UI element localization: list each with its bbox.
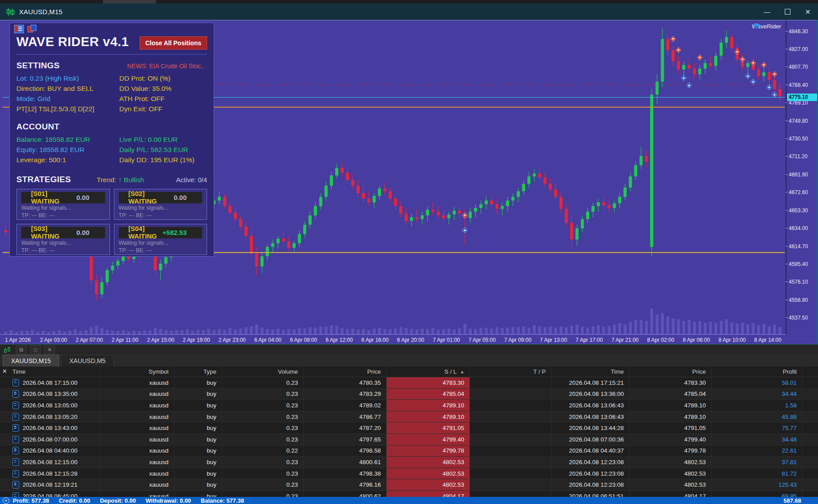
column-header-profit[interactable]: Profit	[712, 367, 802, 377]
chart-tab-xauusd-m15[interactable]: XAUUSD,M15	[3, 355, 59, 367]
strategy-pl-value: +582.53	[162, 229, 187, 236]
account-line: Live P/L: 0.00 EUR	[119, 134, 207, 145]
trend-label: Trend:	[97, 176, 116, 184]
time-axis-label: 2 Apr 19:00	[179, 337, 215, 343]
close-time-cell: 2026.04.08 13:36:00	[552, 389, 630, 400]
time-axis-label: 8 Apr 10:00	[714, 337, 750, 343]
maximize-chart-icon[interactable]: □	[30, 345, 41, 354]
time-axis-label: 6 Apr 16:00	[357, 337, 393, 343]
strategy-tp-be: TP: --- BE: ---	[21, 247, 105, 254]
table-row[interactable]: 2026.04.08 17:15:00xauusdbuy0.234780.354…	[0, 377, 818, 389]
tp-cell	[470, 468, 552, 479]
order-time-cell: 2026.04.08 12:19:21	[10, 479, 100, 490]
column-header-label: Symbol	[149, 368, 168, 375]
close-chart-icon[interactable]: ✕	[44, 345, 55, 354]
chart-tabs-bar: XAUUSD,M15XAUUSD,M5	[0, 355, 818, 367]
volume-cell: 0.23	[222, 389, 304, 400]
close-price-cell: 4802.53	[630, 457, 712, 468]
column-header-label: Time	[611, 368, 624, 375]
order-document-icon	[12, 379, 19, 387]
strategy-name: [S02] WAITING	[129, 190, 174, 205]
strategies-heading: STRATEGIES	[16, 175, 71, 184]
table-row[interactable]: 2026.04.08 12:15:28xauusdbuy0.234798.384…	[0, 468, 818, 480]
table-row[interactable]: 2026.04.08 12:19:21xauusdbuy0.234796.164…	[0, 479, 818, 491]
graduation-cap-icon	[752, 23, 761, 30]
order-time-cell: 2026.04.08 13:35:00	[10, 389, 100, 400]
circled-plus-icon[interactable]: +	[3, 497, 9, 504]
price-axis[interactable]: 4846.304827.004807.704788.404769.104749.…	[786, 20, 818, 334]
panel-list-icon[interactable]	[14, 25, 24, 33]
profit-cell: 81.72	[712, 468, 802, 479]
close-price-cell: 4799.78	[630, 445, 712, 457]
window-titlebar: XAUUSD,M15 ― ✕	[0, 4, 818, 20]
trade-history-table: TimeSymbolTypeVolumePriceS / L▲T / PTime…	[0, 367, 818, 502]
column-header-time[interactable]: Time	[552, 367, 630, 377]
table-row[interactable]: 2026.04.08 13:05:20xauusdbuy0.234786.774…	[0, 411, 818, 423]
column-header-label: T / P	[533, 368, 546, 375]
table-row[interactable]: 2026.04.08 12:15:00xauusdbuy0.234800.614…	[0, 457, 818, 468]
column-header-sl[interactable]: S / L▲	[387, 367, 470, 377]
column-header-symbol[interactable]: Symbol	[100, 367, 174, 377]
sl-cell: 4789.10	[387, 400, 470, 411]
time-axis-label: 6 Apr 08:00	[286, 337, 321, 343]
open-price-cell: 4786.77	[304, 411, 387, 422]
chart-tab-xauusd-m5[interactable]: XAUUSD,M5	[61, 355, 114, 367]
tp-cell	[470, 377, 552, 388]
price-axis-label: 4846.30	[789, 28, 808, 35]
tp-cell	[470, 479, 552, 490]
time-axis-label: 2 Apr 11:00	[107, 337, 143, 343]
summary-item: Credit: 0.00	[59, 497, 90, 504]
table-row[interactable]: 2026.04.08 13:35:00xauusdbuy0.234783.294…	[0, 389, 818, 400]
close-button[interactable]: ✕	[798, 4, 818, 20]
close-price-cell: 4789.10	[630, 411, 712, 422]
account-line: Daily P/L: 582.53 EUR	[119, 145, 207, 155]
column-header-volume[interactable]: Volume	[222, 367, 304, 377]
summary-item: Balance: 577.38	[201, 497, 244, 504]
table-row[interactable]: 2026.04.08 13:43:00xauusdbuy0.234787.204…	[0, 422, 818, 434]
chart-watermark: WaveRider	[752, 23, 781, 30]
order-document-icon	[12, 413, 19, 421]
column-header-type[interactable]: Type	[174, 367, 222, 377]
open-price-cell: 4783.29	[304, 389, 387, 400]
setting-line: ATH Prot: OFF	[119, 94, 207, 104]
strategy-box-s02: [S02] WAITING0.00Waiting for signals...T…	[114, 189, 207, 220]
volume-cell: 0.23	[222, 457, 304, 468]
wave-rider-panel: WAVE RIDER v4.1 Close All Positions SETT…	[9, 23, 214, 257]
type-cell: buy	[174, 445, 222, 457]
status-bar: + Profit: 577.38Credit: 0.00Deposit: 0.0…	[0, 497, 818, 504]
order-document-icon	[12, 447, 19, 454]
trend-value: Bullish	[124, 176, 144, 184]
table-row[interactable]: 2026.04.08 07:00:00xauusdbuy0.234797.654…	[0, 434, 818, 445]
table-row[interactable]: 2026.04.08 04:40:00xauusdbuy0.224798.584…	[0, 445, 818, 457]
strategy-pl-value: 0.00	[76, 194, 89, 201]
column-header-price[interactable]: Price	[630, 367, 712, 377]
restore-chart-icon[interactable]: ⧉	[16, 345, 27, 354]
setting-line: Mode: Grid	[16, 94, 119, 104]
close-price-cell: 4789.10	[630, 400, 712, 411]
mini-candles-icon[interactable]	[3, 346, 12, 354]
table-row[interactable]: 2026.04.08 13:05:00xauusdbuy0.234789.024…	[0, 400, 818, 411]
symbol-cell: xauusd	[100, 457, 174, 468]
price-axis-label: 4749.80	[789, 118, 808, 124]
column-header-tp[interactable]: T / P	[470, 367, 552, 377]
panel-copy-icon[interactable]	[27, 25, 36, 32]
top-strip-segment	[103, 0, 156, 4]
close-price-cell: 4802.53	[630, 479, 712, 490]
column-header-time[interactable]: Time	[10, 367, 100, 377]
account-summary: Profit: 577.38Credit: 0.00Deposit: 0.00W…	[13, 497, 254, 504]
close-time-cell: 2026.04.08 13:06:43	[552, 400, 630, 411]
minimize-button[interactable]: ―	[757, 4, 777, 20]
open-price-cell: 4798.58	[304, 445, 387, 457]
close-time-cell: 2026.04.08 13:44:28	[552, 422, 630, 434]
time-axis-label: 2 Apr 03:00	[36, 337, 72, 343]
close-time-cell: 2026.04.08 12:23:08	[552, 479, 630, 490]
column-header-label: Price	[692, 368, 706, 375]
chart-window[interactable]: WaveRider 4846.304827.004807.704788.4047…	[0, 20, 818, 344]
close-panel-x[interactable]: ✕	[2, 368, 7, 375]
type-cell: buy	[174, 479, 222, 490]
column-header-price[interactable]: Price	[304, 367, 387, 377]
top-strip	[0, 0, 818, 4]
close-price-cell: 4783.30	[630, 377, 712, 388]
maximize-button[interactable]	[777, 4, 798, 20]
close-all-positions-button[interactable]: Close All Positions	[140, 36, 207, 50]
